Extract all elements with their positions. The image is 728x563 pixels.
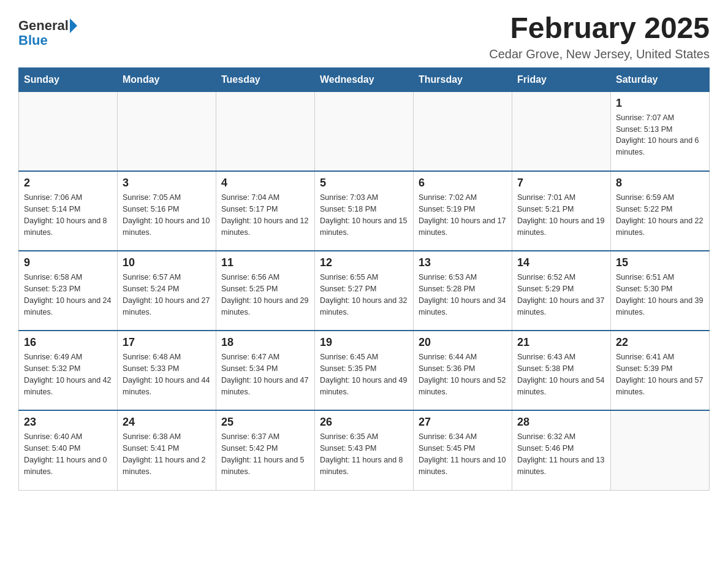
header-row: SundayMondayTuesdayWednesdayThursdayFrid…	[19, 67, 710, 91]
day-number: 8	[616, 177, 704, 190]
day-info: Sunrise: 6:53 AM Sunset: 5:28 PM Dayligh…	[419, 272, 507, 318]
day-number: 13	[419, 256, 507, 269]
day-number: 26	[320, 416, 408, 429]
day-info: Sunrise: 6:41 AM Sunset: 5:39 PM Dayligh…	[616, 351, 704, 397]
day-cell	[216, 91, 315, 171]
day-header-tuesday: Tuesday	[216, 67, 315, 91]
day-cell: 25Sunrise: 6:37 AM Sunset: 5:42 PM Dayli…	[216, 410, 315, 490]
calendar-subtitle: Cedar Grove, New Jersey, United States	[489, 47, 710, 61]
week-row-2: 2Sunrise: 7:06 AM Sunset: 5:14 PM Daylig…	[19, 171, 710, 251]
day-info: Sunrise: 6:55 AM Sunset: 5:27 PM Dayligh…	[320, 272, 408, 318]
day-cell: 9Sunrise: 6:58 AM Sunset: 5:23 PM Daylig…	[19, 251, 118, 331]
day-info: Sunrise: 6:40 AM Sunset: 5:40 PM Dayligh…	[24, 431, 112, 477]
day-info: Sunrise: 6:47 AM Sunset: 5:34 PM Dayligh…	[221, 351, 309, 397]
day-cell: 19Sunrise: 6:45 AM Sunset: 5:35 PM Dayli…	[315, 331, 414, 410]
day-number: 1	[616, 97, 704, 110]
day-cell: 4Sunrise: 7:04 AM Sunset: 5:17 PM Daylig…	[216, 171, 315, 251]
day-number: 24	[123, 416, 211, 429]
day-cell: 22Sunrise: 6:41 AM Sunset: 5:39 PM Dayli…	[611, 331, 710, 410]
logo-triangle-icon	[70, 18, 77, 33]
day-info: Sunrise: 7:01 AM Sunset: 5:21 PM Dayligh…	[517, 192, 605, 238]
day-cell: 24Sunrise: 6:38 AM Sunset: 5:41 PM Dayli…	[118, 410, 216, 490]
day-number: 27	[419, 416, 507, 429]
day-cell: 13Sunrise: 6:53 AM Sunset: 5:28 PM Dayli…	[414, 251, 512, 331]
day-cell: 15Sunrise: 6:51 AM Sunset: 5:30 PM Dayli…	[611, 251, 710, 331]
day-info: Sunrise: 6:48 AM Sunset: 5:33 PM Dayligh…	[123, 351, 211, 397]
day-number: 16	[24, 336, 112, 349]
day-header-sunday: Sunday	[19, 67, 118, 91]
day-cell	[611, 410, 710, 490]
day-cell: 23Sunrise: 6:40 AM Sunset: 5:40 PM Dayli…	[19, 410, 118, 490]
week-row-1: 1Sunrise: 7:07 AM Sunset: 5:13 PM Daylig…	[19, 91, 710, 171]
day-number: 12	[320, 256, 408, 269]
day-info: Sunrise: 6:59 AM Sunset: 5:22 PM Dayligh…	[616, 192, 704, 238]
day-number: 14	[517, 256, 605, 269]
day-number: 7	[517, 177, 605, 190]
day-cell: 5Sunrise: 7:03 AM Sunset: 5:18 PM Daylig…	[315, 171, 414, 251]
day-number: 15	[616, 256, 704, 269]
day-cell: 8Sunrise: 6:59 AM Sunset: 5:22 PM Daylig…	[611, 171, 710, 251]
day-cell: 12Sunrise: 6:55 AM Sunset: 5:27 PM Dayli…	[315, 251, 414, 331]
day-cell: 16Sunrise: 6:49 AM Sunset: 5:32 PM Dayli…	[19, 331, 118, 410]
day-number: 18	[221, 336, 309, 349]
day-header-thursday: Thursday	[414, 67, 512, 91]
day-number: 9	[24, 256, 112, 269]
day-cell	[512, 91, 611, 171]
day-cell: 17Sunrise: 6:48 AM Sunset: 5:33 PM Dayli…	[118, 331, 216, 410]
day-number: 22	[616, 336, 704, 349]
day-cell: 3Sunrise: 7:05 AM Sunset: 5:16 PM Daylig…	[118, 171, 216, 251]
day-number: 6	[419, 177, 507, 190]
day-number: 10	[123, 256, 211, 269]
day-number: 23	[24, 416, 112, 429]
day-cell: 10Sunrise: 6:57 AM Sunset: 5:24 PM Dayli…	[118, 251, 216, 331]
day-info: Sunrise: 6:58 AM Sunset: 5:23 PM Dayligh…	[24, 272, 112, 318]
day-cell: 1Sunrise: 7:07 AM Sunset: 5:13 PM Daylig…	[611, 91, 710, 171]
day-info: Sunrise: 7:07 AM Sunset: 5:13 PM Dayligh…	[616, 112, 704, 158]
week-row-4: 16Sunrise: 6:49 AM Sunset: 5:32 PM Dayli…	[19, 331, 710, 410]
day-info: Sunrise: 6:56 AM Sunset: 5:25 PM Dayligh…	[221, 272, 309, 318]
day-info: Sunrise: 6:43 AM Sunset: 5:38 PM Dayligh…	[517, 351, 605, 397]
day-cell: 11Sunrise: 6:56 AM Sunset: 5:25 PM Dayli…	[216, 251, 315, 331]
day-number: 28	[517, 416, 605, 429]
day-number: 21	[517, 336, 605, 349]
day-cell: 21Sunrise: 6:43 AM Sunset: 5:38 PM Dayli…	[512, 331, 611, 410]
title-block: February 2025 Cedar Grove, New Jersey, U…	[489, 12, 710, 61]
day-info: Sunrise: 6:44 AM Sunset: 5:36 PM Dayligh…	[419, 351, 507, 397]
day-cell: 14Sunrise: 6:52 AM Sunset: 5:29 PM Dayli…	[512, 251, 611, 331]
calendar-table: SundayMondayTuesdayWednesdayThursdayFrid…	[18, 67, 710, 491]
day-number: 19	[320, 336, 408, 349]
day-number: 17	[123, 336, 211, 349]
day-cell: 27Sunrise: 6:34 AM Sunset: 5:45 PM Dayli…	[414, 410, 512, 490]
week-row-5: 23Sunrise: 6:40 AM Sunset: 5:40 PM Dayli…	[19, 410, 710, 490]
day-number: 3	[123, 177, 211, 190]
day-info: Sunrise: 6:51 AM Sunset: 5:30 PM Dayligh…	[616, 272, 704, 318]
day-info: Sunrise: 6:34 AM Sunset: 5:45 PM Dayligh…	[419, 431, 507, 477]
day-cell	[118, 91, 216, 171]
calendar-title: February 2025	[489, 12, 710, 45]
day-number: 20	[419, 336, 507, 349]
day-header-friday: Friday	[512, 67, 611, 91]
day-cell: 2Sunrise: 7:06 AM Sunset: 5:14 PM Daylig…	[19, 171, 118, 251]
day-cell	[414, 91, 512, 171]
day-number: 2	[24, 177, 112, 190]
day-info: Sunrise: 6:52 AM Sunset: 5:29 PM Dayligh…	[517, 272, 605, 318]
day-info: Sunrise: 6:35 AM Sunset: 5:43 PM Dayligh…	[320, 431, 408, 477]
logo: General Blue	[18, 18, 77, 48]
week-row-3: 9Sunrise: 6:58 AM Sunset: 5:23 PM Daylig…	[19, 251, 710, 331]
logo-blue-text: Blue	[18, 33, 48, 48]
day-info: Sunrise: 6:32 AM Sunset: 5:46 PM Dayligh…	[517, 431, 605, 477]
day-cell: 6Sunrise: 7:02 AM Sunset: 5:19 PM Daylig…	[414, 171, 512, 251]
day-number: 11	[221, 256, 309, 269]
day-number: 5	[320, 177, 408, 190]
day-info: Sunrise: 6:57 AM Sunset: 5:24 PM Dayligh…	[123, 272, 211, 318]
day-info: Sunrise: 7:03 AM Sunset: 5:18 PM Dayligh…	[320, 192, 408, 238]
day-cell	[19, 91, 118, 171]
day-info: Sunrise: 7:02 AM Sunset: 5:19 PM Dayligh…	[419, 192, 507, 238]
day-info: Sunrise: 6:38 AM Sunset: 5:41 PM Dayligh…	[123, 431, 211, 477]
day-cell: 18Sunrise: 6:47 AM Sunset: 5:34 PM Dayli…	[216, 331, 315, 410]
day-info: Sunrise: 7:04 AM Sunset: 5:17 PM Dayligh…	[221, 192, 309, 238]
day-cell: 28Sunrise: 6:32 AM Sunset: 5:46 PM Dayli…	[512, 410, 611, 490]
day-info: Sunrise: 6:37 AM Sunset: 5:42 PM Dayligh…	[221, 431, 309, 477]
day-header-wednesday: Wednesday	[315, 67, 414, 91]
day-cell: 26Sunrise: 6:35 AM Sunset: 5:43 PM Dayli…	[315, 410, 414, 490]
